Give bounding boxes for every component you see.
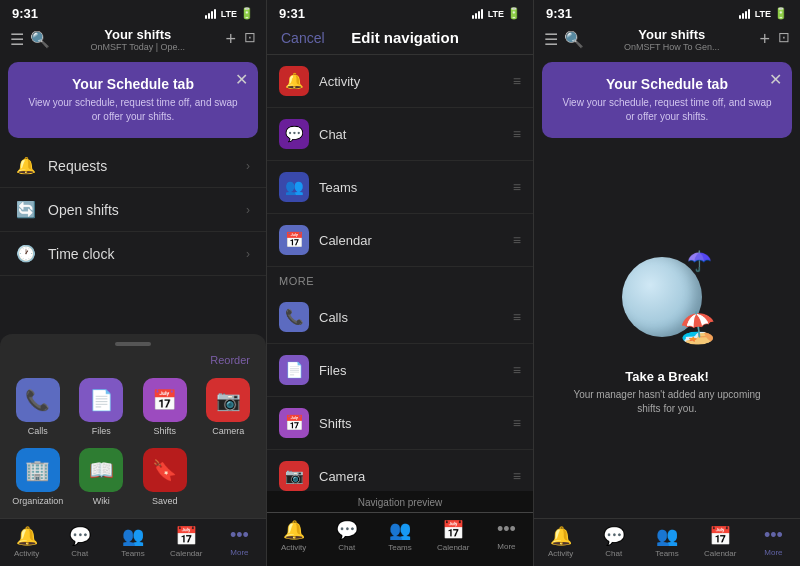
nav-edit-files[interactable]: 📄 Files ≡ [267, 344, 533, 397]
nav-teams-3[interactable]: 👥 Teams [640, 525, 693, 558]
app-item-saved[interactable]: 🔖 Saved [139, 448, 191, 506]
teams-edit-label: Teams [319, 180, 503, 195]
teams-icon-box: 👥 [279, 172, 309, 202]
preview-calendar: 📅 Calendar [427, 519, 480, 552]
status-bar-2: 9:31 LTE 🔋 [267, 0, 533, 23]
nav-teams-1[interactable]: 👥 Teams [106, 525, 159, 558]
header-actions-3: + ⊡ [759, 29, 790, 50]
hamburger-icon-3[interactable]: ☰ [544, 30, 558, 49]
org-label: Organization [12, 496, 63, 506]
nav-chat-1[interactable]: 💬 Chat [53, 525, 106, 558]
banner-close-1[interactable]: ✕ [235, 70, 248, 89]
open-shifts-label: Open shifts [48, 202, 234, 218]
header-actions-1: + ⊡ [225, 29, 256, 50]
preview-chat-icon: 💬 [336, 519, 358, 541]
search-icon-1[interactable]: 🔍 [30, 30, 50, 49]
nav-more-3[interactable]: ••• More [747, 525, 800, 558]
nav-chat-icon-3: 💬 [603, 525, 625, 547]
status-bar-1: 9:31 LTE 🔋 [0, 0, 266, 23]
beach-chair-icon: 🏖️ [679, 310, 716, 345]
app-item-shifts[interactable]: 📅 Shifts [139, 378, 191, 436]
reorder-link-1[interactable]: Reorder [16, 354, 250, 366]
chat-drag[interactable]: ≡ [513, 126, 521, 142]
take-break-text: Take a Break! [625, 369, 709, 384]
calendar-drag[interactable]: ≡ [513, 232, 521, 248]
requests-icon: 🔔 [16, 156, 36, 175]
calls-drag[interactable]: ≡ [513, 309, 521, 325]
edit-button-1[interactable]: ⊡ [244, 29, 256, 50]
app-item-calls[interactable]: 📞 Calls [12, 378, 64, 436]
app-item-org[interactable]: 🏢 Organization [12, 448, 64, 506]
teams-drag[interactable]: ≡ [513, 179, 521, 195]
preview-teams-icon: 👥 [389, 519, 411, 541]
nav-calendar-label-3: Calendar [704, 549, 736, 558]
nav-activity-3[interactable]: 🔔 Activity [534, 525, 587, 558]
banner-title-1: Your Schedule tab [24, 76, 242, 92]
header-subtitle-1: OnMSFT Today | Ope... [56, 42, 219, 52]
nav-edit-shifts[interactable]: 📅 Shifts ≡ [267, 397, 533, 450]
lte-badge: LTE [221, 9, 237, 19]
nav-more-icon-1: ••• [230, 525, 249, 546]
calls-label: Calls [28, 426, 48, 436]
files-drag[interactable]: ≡ [513, 362, 521, 378]
nav-calendar-1[interactable]: 📅 Calendar [160, 525, 213, 558]
nav-more-1[interactable]: ••• More [213, 525, 266, 558]
files-icon-box-2: 📄 [279, 355, 309, 385]
nav-more-label-3: More [764, 548, 782, 557]
nav-chat-3[interactable]: 💬 Chat [587, 525, 640, 558]
nav-edit-teams[interactable]: 👥 Teams ≡ [267, 161, 533, 214]
preview-activity-icon: 🔔 [283, 519, 305, 541]
open-shifts-icon: 🔄 [16, 200, 36, 219]
add-button-1[interactable]: + [225, 29, 236, 50]
open-shifts-chevron: › [246, 203, 250, 217]
camera-edit-label: Camera [319, 469, 503, 484]
nav-edit-calls[interactable]: 📞 Calls ≡ [267, 291, 533, 344]
hamburger-icon-1[interactable]: ☰ [10, 30, 24, 49]
camera-drag[interactable]: ≡ [513, 468, 521, 484]
activity-icon-box: 🔔 [279, 66, 309, 96]
cancel-button[interactable]: Cancel [281, 30, 325, 46]
menu-list-1: 🔔 Requests › 🔄 Open shifts › 🕐 Time cloc… [0, 144, 266, 334]
app-item-files[interactable]: 📄 Files [76, 378, 128, 436]
preview-nav: 🔔 Activity 💬 Chat 👥 Teams 📅 Calendar ••• [267, 512, 533, 560]
nav-activity-1[interactable]: 🔔 Activity [0, 525, 53, 558]
app-grid-1: 📞 Calls 📄 Files 📅 Shifts 📷 Camera 🏢 Orga… [0, 370, 266, 518]
nav-edit-chat[interactable]: 💬 Chat ≡ [267, 108, 533, 161]
edit-nav-header: Cancel Edit navigation Done [267, 23, 533, 55]
search-icon-3[interactable]: 🔍 [564, 30, 584, 49]
battery-icon-3: 🔋 [774, 7, 788, 20]
files-label: Files [92, 426, 111, 436]
edit-button-3[interactable]: ⊡ [778, 29, 790, 50]
activity-drag[interactable]: ≡ [513, 73, 521, 89]
menu-item-open-shifts[interactable]: 🔄 Open shifts › [0, 188, 266, 232]
shifts-drag[interactable]: ≡ [513, 415, 521, 431]
preview-more-icon: ••• [497, 519, 516, 540]
header-title-1: Your shifts [56, 27, 219, 42]
saved-label: Saved [152, 496, 178, 506]
nav-activity-label-3: Activity [548, 549, 573, 558]
activity-edit-label: Activity [319, 74, 503, 89]
nav-edit-camera[interactable]: 📷 Camera ≡ [267, 450, 533, 491]
nav-edit-activity[interactable]: 🔔 Activity ≡ [267, 55, 533, 108]
preview-more: ••• More [480, 519, 533, 552]
status-time-2: 9:31 [279, 6, 305, 21]
nav-calendar-3[interactable]: 📅 Calendar [694, 525, 747, 558]
app-header-1: ☰ 🔍 Your shifts OnMSFT Today | Ope... + … [0, 23, 266, 56]
menu-item-time-clock[interactable]: 🕐 Time clock › [0, 232, 266, 276]
app-item-wiki[interactable]: 📖 Wiki [76, 448, 128, 506]
app-item-camera[interactable]: 📷 Camera [203, 378, 255, 436]
menu-item-requests[interactable]: 🔔 Requests › [0, 144, 266, 188]
nav-edit-calendar[interactable]: 📅 Calendar ≡ [267, 214, 533, 267]
umbrella-icon: ☂️ [687, 249, 712, 273]
drag-handle-1[interactable] [115, 342, 151, 346]
time-clock-icon: 🕐 [16, 244, 36, 263]
shifts-icon-box: 📅 [143, 378, 187, 422]
banner-close-3[interactable]: ✕ [769, 70, 782, 89]
add-button-3[interactable]: + [759, 29, 770, 50]
status-time-1: 9:31 [12, 6, 38, 21]
nav-more-label-1: More [230, 548, 248, 557]
done-button[interactable]: Done [486, 30, 519, 46]
camera-icon-box: 📷 [206, 378, 250, 422]
requests-label: Requests [48, 158, 234, 174]
status-time-3: 9:31 [546, 6, 572, 21]
